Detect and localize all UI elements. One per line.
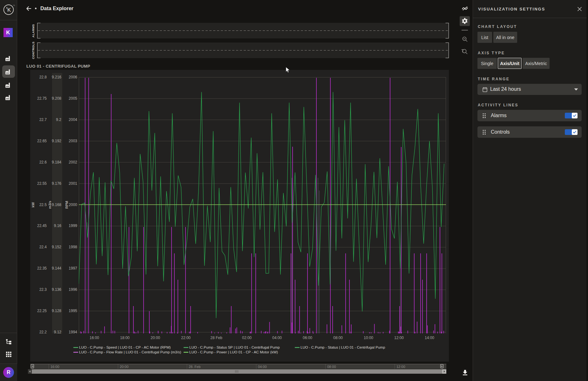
svg-text:kW: kW (31, 202, 35, 207)
svg-text:CONTROLS: CONTROLS (31, 42, 35, 59)
svg-text:RPM: RPM (65, 201, 69, 209)
svg-text:ALARMS: ALARMS (31, 24, 35, 37)
svg-text:TM: TM (13, 5, 15, 6)
svg-text:K: K (7, 7, 11, 13)
svg-text:m3/s: m3/s (48, 201, 52, 209)
